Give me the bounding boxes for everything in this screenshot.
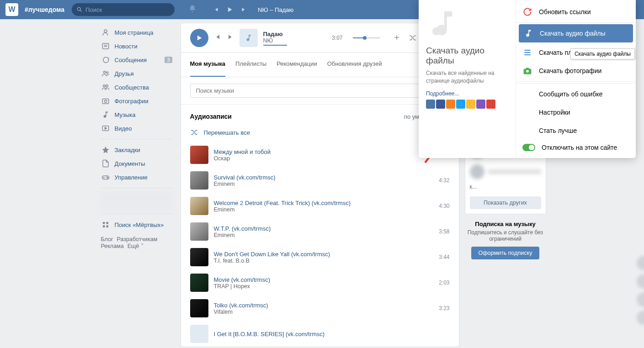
music-note-icon — [426, 7, 463, 39]
nav-music[interactable]: Музыка — [98, 108, 175, 121]
music-icon — [523, 28, 533, 38]
mini-player-title[interactable]: NЮ – Падаю — [258, 6, 293, 13]
nav-star[interactable]: Закладки — [98, 143, 175, 157]
ext-menu-7[interactable]: Стать лучше — [516, 121, 636, 140]
audio-title: W.T.P. (vk.com/trmsc) — [214, 225, 434, 232]
nav-news[interactable]: Новости — [98, 39, 175, 53]
audio-row[interactable]: W.T.P. (vk.com/trmsc)Eminem3:58 — [181, 219, 459, 244]
nav-home[interactable]: Моя страница — [98, 26, 175, 39]
home-icon — [101, 28, 110, 37]
audio-row[interactable]: I Get It [B.O.M.B. SERIES] (vk.com/trmsc… — [181, 321, 459, 347]
nav-groups[interactable]: Сообщества — [98, 80, 175, 94]
friend-row[interactable] — [465, 162, 546, 182]
audio-cover — [190, 274, 208, 292]
music-search-wrap — [181, 77, 459, 105]
audio-duration: 4:30 — [439, 203, 449, 209]
nav-friends[interactable]: Друзья — [98, 67, 175, 80]
social-icon[interactable] — [466, 100, 475, 109]
audio-artist: Vifalem — [214, 309, 434, 315]
audio-duration: 3:23 — [439, 305, 449, 311]
game-icon — [101, 173, 110, 182]
social-icon[interactable] — [436, 100, 445, 109]
tab-2[interactable]: Рекомендации — [277, 53, 317, 77]
social-icon[interactable] — [456, 100, 465, 109]
ext-menu-0[interactable]: Обновить ссылки — [516, 3, 636, 21]
add-icon[interactable] — [393, 34, 400, 41]
ext-desc: Скачать все найденные на странице аудиоф… — [426, 69, 508, 85]
left-sidebar: Моя страницаНовостиСообщения3ДрузьяСообщ… — [98, 23, 175, 347]
audio-cover — [190, 171, 208, 190]
nav-game[interactable]: Управление — [98, 170, 175, 184]
nav-badge: 3 — [165, 57, 172, 63]
progress-bar[interactable] — [263, 45, 287, 46]
svg-point-2 — [104, 30, 107, 32]
audio-artist: Оскар — [214, 155, 434, 162]
ext-menu-8[interactable]: Отключить на этом сайте — [516, 140, 636, 155]
nav-msg[interactable]: Сообщения3 — [98, 53, 175, 67]
player-next-icon[interactable] — [227, 33, 234, 42]
svg-point-8 — [103, 85, 105, 87]
svg-point-7 — [106, 72, 108, 74]
volume-slider[interactable] — [353, 37, 380, 38]
tab-0[interactable]: Моя музыка — [190, 53, 226, 77]
social-icon[interactable] — [476, 100, 485, 109]
list-icon — [522, 47, 532, 58]
ext-menu-1[interactable]: Скачать аудио файлы — [519, 24, 633, 42]
doc-icon — [101, 159, 110, 168]
svg-rect-20 — [103, 226, 105, 228]
nav-grid[interactable]: Поиск «Мёртвых» — [98, 218, 175, 232]
nav-video[interactable]: Видео — [98, 121, 175, 135]
toggle-icon[interactable] — [522, 144, 535, 151]
grid-icon — [101, 220, 110, 229]
vk-logo[interactable]: W — [5, 3, 18, 16]
next-icon[interactable] — [240, 6, 247, 13]
audio-row[interactable]: Tolko (vk.com/trmsc)Vifalem3:23 — [181, 295, 459, 321]
ext-menu-6[interactable]: Настройки — [516, 103, 636, 121]
audio-cover — [190, 299, 208, 317]
social-icon[interactable] — [486, 100, 495, 109]
bell-icon[interactable] — [188, 5, 197, 15]
audio-row[interactable]: Между мной и тобойОскар4:54 — [181, 142, 459, 168]
svg-point-9 — [106, 85, 108, 87]
audio-cover — [190, 222, 208, 241]
svg-point-11 — [104, 100, 106, 102]
tabs-row: Моя музыкаПлейлистыРекомендацииОбновлени… — [181, 53, 459, 77]
nav-doc[interactable]: Документы — [98, 157, 175, 170]
play-icon[interactable] — [227, 6, 233, 13]
tab-3[interactable]: Обновления друзей — [327, 53, 382, 77]
audio-row[interactable]: Movie (vk.com/trmsc)TRAP | Hopex2:03 — [181, 270, 459, 295]
subscribe-button[interactable]: Оформить подписку — [471, 247, 540, 259]
shuffle-icon[interactable] — [409, 34, 417, 42]
player-card: Падаю NЮ 3:07 — [181, 23, 459, 53]
tab-1[interactable]: Плейлисты — [235, 53, 266, 77]
track-art — [240, 29, 258, 47]
svg-point-17 — [107, 178, 108, 179]
nav-photo[interactable]: Фотографии — [98, 94, 175, 108]
player-prev-icon[interactable] — [214, 33, 221, 42]
svg-point-32 — [526, 70, 529, 73]
prev-icon[interactable] — [213, 6, 219, 13]
play-button[interactable] — [190, 29, 208, 47]
audio-row[interactable]: Welcome 2 Detroit (Feat. Trick Trick) (v… — [181, 193, 459, 219]
groups-icon — [101, 83, 110, 92]
ext-menu-5[interactable]: Сообщить об ошибке — [516, 85, 636, 103]
social-icon[interactable] — [426, 100, 435, 109]
audio-title: Survival (vk.com/trmsc) — [214, 174, 434, 181]
music-search-input[interactable] — [190, 84, 450, 98]
ext-more-link[interactable]: Подробнее... — [426, 90, 508, 97]
tooltip: Скачать аудио файлы — [570, 48, 635, 59]
audio-duration: 4:32 — [439, 177, 449, 184]
svg-line-1 — [80, 11, 82, 12]
show-more-friends[interactable]: Показать других — [470, 196, 541, 209]
audio-title: Movie (vk.com/trmsc) — [214, 276, 434, 283]
social-icon[interactable] — [446, 100, 455, 109]
audio-row[interactable]: We Don't Get Down Like Yall (vk.com/trms… — [181, 244, 459, 270]
svg-rect-21 — [106, 226, 108, 228]
ext-menu-3[interactable]: Скачать фотографии — [516, 62, 636, 80]
audio-duration: 3:44 — [439, 254, 449, 260]
list-title: Аудиозаписи — [190, 113, 232, 120]
global-search[interactable]: Поиск — [72, 3, 175, 16]
audio-row[interactable]: Survival (vk.com/trmsc)Eminem4:32 — [181, 168, 459, 193]
audio-cover — [190, 248, 208, 266]
shuffle-all[interactable]: Перемешать все — [181, 124, 459, 142]
